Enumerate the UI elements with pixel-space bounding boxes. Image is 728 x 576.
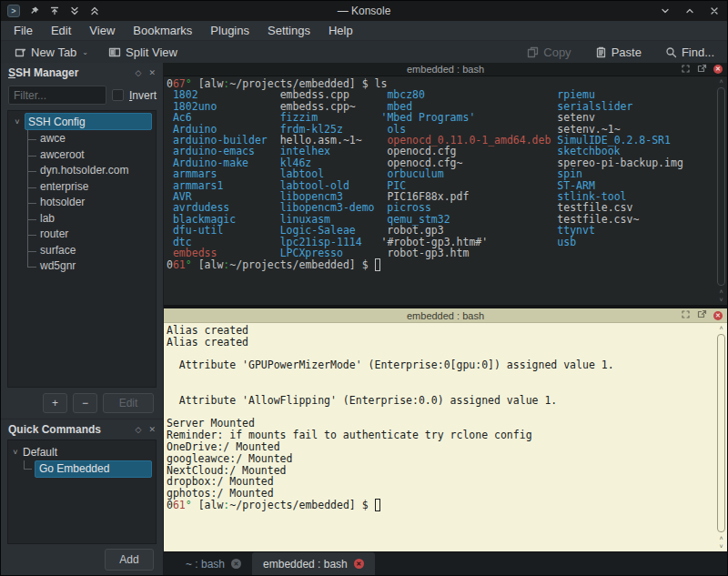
terminal-line: 061° [alw:~/projects/embedded] $ <box>167 259 715 270</box>
tree-item-command[interactable]: Go Embedded <box>24 460 152 478</box>
edit-host-button[interactable]: Edit <box>103 393 154 413</box>
close-panel-icon[interactable]: ✕ <box>148 425 156 434</box>
close-button[interactable] <box>708 5 720 17</box>
top-terminal[interactable]: 067° [alw:~/projects/embedded] $ ls 1802… <box>164 76 715 305</box>
top-pane-title: embedded : bash <box>164 64 727 75</box>
tree-item-host[interactable]: awce <box>27 131 156 147</box>
toolbar: New Tab ⌄ Split View Copy Paste Find... <box>1 41 727 63</box>
chevron-down-icon[interactable]: ⌄ <box>82 48 88 56</box>
titlebar[interactable]: > — Konsole <box>1 1 727 21</box>
tree-item-host[interactable]: hotsolder <box>27 195 156 211</box>
expander-icon[interactable]: ˅ <box>10 117 25 126</box>
tree-item-host[interactable]: surface <box>27 243 156 259</box>
shade-down-icon[interactable] <box>68 5 80 17</box>
paste-label: Paste <box>612 45 642 59</box>
session-tab[interactable]: embedded : bash ✕ <box>252 552 375 575</box>
session-tab[interactable]: ~ : bash ✕ <box>175 552 252 575</box>
tree-item-ssh-config[interactable]: SSH Config <box>25 113 152 130</box>
tab-close-icon[interactable]: ✕ <box>354 559 364 569</box>
scroll-up-icon[interactable]: ˄ <box>719 324 723 332</box>
tree-item-host[interactable]: awceroot <box>27 147 156 164</box>
tab-bar: ~ : bash ✕ embedded : bash ✕ <box>164 551 727 575</box>
invert-label: Invert <box>129 89 157 102</box>
maximize-view-icon[interactable] <box>681 309 691 321</box>
new-tab-button[interactable]: New Tab ⌄ <box>8 44 94 61</box>
close-panel-icon[interactable]: ✕ <box>148 68 156 77</box>
add-host-button[interactable]: + <box>43 393 67 413</box>
top-terminal-pane: embedded : bash ✕ 067° [alw:~/projects/e… <box>164 63 727 305</box>
menubar: FileEditViewBookmarksPluginsSettingsHelp <box>1 21 727 41</box>
terminal-line <box>167 371 715 383</box>
find-label: Find... <box>682 45 714 59</box>
shade-up-icon[interactable] <box>88 5 100 17</box>
close-view-button[interactable]: ✕ <box>713 65 723 74</box>
terminal-line: Attribute 'AllowFlipping' (Enterprise:0.… <box>167 395 715 407</box>
tab-label: embedded : bash <box>263 558 348 571</box>
paste-button[interactable]: Paste <box>590 44 647 61</box>
maximize-button[interactable] <box>683 5 695 17</box>
scroll-up-icon[interactable]: ˄ <box>719 534 723 542</box>
copy-button[interactable]: Copy <box>521 44 576 61</box>
pin-icon[interactable] <box>28 5 40 17</box>
menu-item[interactable]: File <box>5 22 42 39</box>
tab-close-icon[interactable]: ✕ <box>231 559 241 569</box>
menu-item[interactable]: Plugins <box>201 22 258 39</box>
tree-item-host[interactable]: lab <box>27 211 156 227</box>
detach-view-icon[interactable] <box>697 64 707 76</box>
menu-item[interactable]: Help <box>319 22 362 39</box>
bottom-terminal-pane: embedded : bash ✕ Alias createdAlias cre… <box>164 308 727 551</box>
tab-label: ~ : bash <box>186 558 225 571</box>
remove-host-button[interactable]: − <box>73 393 97 413</box>
window-title: — Konsole <box>1 5 727 17</box>
terminal-line: 061° [alw:~/projects/embedded] $ <box>167 500 715 511</box>
close-view-button[interactable]: ✕ <box>713 311 723 320</box>
maximize-view-icon[interactable] <box>681 64 691 76</box>
menu-item[interactable]: Bookmarks <box>124 22 201 39</box>
terminal-line: Attribute 'GPUPowerMizerMode' (Enterpris… <box>167 359 715 371</box>
bottom-terminal[interactable]: Alias createdAlias created Attribute 'GP… <box>164 323 715 551</box>
top-terminal-scrollbar[interactable]: ˄ ˄ ˅ <box>715 76 727 305</box>
keep-above-icon[interactable] <box>48 5 60 17</box>
menu-item[interactable]: Settings <box>258 22 319 39</box>
new-tab-label: New Tab <box>31 45 76 59</box>
terminal-line: Alias created <box>167 337 715 349</box>
scroll-down-icon[interactable]: ˅ <box>719 542 723 551</box>
quick-commands-title: Quick Commands <box>8 423 136 436</box>
app-icon: > <box>7 5 20 17</box>
float-panel-icon[interactable]: ◇ <box>136 425 142 434</box>
bottom-pane-title: embedded : bash <box>164 310 727 321</box>
split-view-button[interactable]: Split View <box>103 44 183 61</box>
minimize-button[interactable] <box>659 5 671 17</box>
ssh-manager-title: SSH Manager <box>8 66 136 79</box>
float-panel-icon[interactable]: ◇ <box>136 68 142 77</box>
find-button[interactable]: Find... <box>660 44 720 61</box>
invert-checkbox[interactable] <box>112 89 124 101</box>
ssh-manager-panel: SSH Manager ◇ ✕ Invert ˅ SSH Config <box>1 63 163 419</box>
bottom-terminal-scrollbar[interactable]: ˄ ˄ ˅ <box>715 323 727 551</box>
ssh-config-tree[interactable]: ˅ SSH Config awceawcerootdyn.hotsolder.c… <box>7 110 157 388</box>
tree-item-host[interactable]: enterprise <box>27 179 156 196</box>
menu-item[interactable]: Edit <box>42 22 80 39</box>
menu-item[interactable]: View <box>80 22 124 39</box>
tree-item-host[interactable]: router <box>27 227 156 243</box>
scroll-up-icon[interactable]: ˄ <box>719 77 723 86</box>
scrollbar-thumb[interactable] <box>717 87 725 286</box>
expander-icon[interactable]: ˅ <box>8 448 23 457</box>
terminal-line: Alias created <box>167 325 715 337</box>
konsole-window: > — Konsole <box>0 0 728 576</box>
add-command-button[interactable]: Add <box>105 549 154 571</box>
tree-item-default[interactable]: Default <box>23 446 57 459</box>
filter-input[interactable] <box>8 86 106 105</box>
scrollbar-thumb[interactable] <box>717 334 725 532</box>
scroll-up-icon[interactable]: ˄ <box>719 288 723 296</box>
quick-commands-tree[interactable]: ˅ Default Go Embedded <box>7 440 157 544</box>
sidebar: SSH Manager ◇ ✕ Invert ˅ SSH Config <box>1 63 164 575</box>
quick-commands-panel: Quick Commands ◇ ✕ ˅ Default Go Embedded <box>1 419 163 575</box>
scroll-down-icon[interactable]: ˅ <box>719 296 723 304</box>
split-view-label: Split View <box>126 45 177 59</box>
copy-label: Copy <box>543 45 571 59</box>
detach-view-icon[interactable] <box>697 309 707 321</box>
tree-item-host[interactable]: dyn.hotsolder.com <box>27 163 156 179</box>
tree-item-host[interactable]: wd5gnr <box>27 258 156 275</box>
